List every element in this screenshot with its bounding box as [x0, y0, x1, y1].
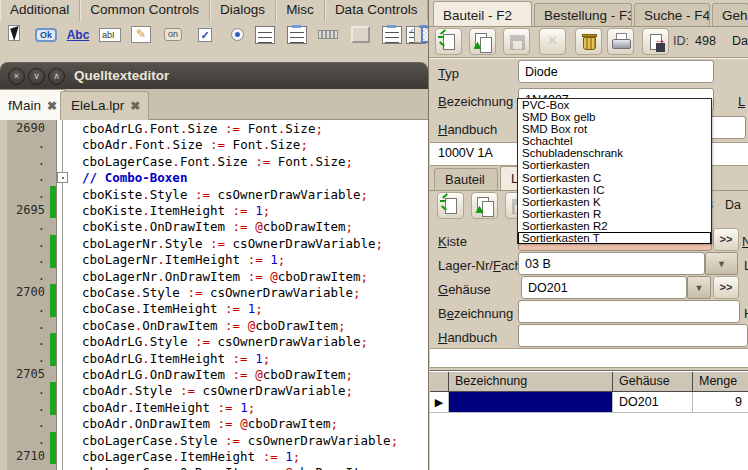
- typ-input[interactable]: [518, 60, 714, 83]
- code-line-dot[interactable]: . cboLagerCase.Font.Size := Font.Size;: [0, 153, 428, 169]
- lager-nr-dropdown-button[interactable]: ▼: [705, 252, 738, 275]
- close-window-button[interactable]: ×: [8, 68, 25, 85]
- checkbox-icon[interactable]: ✓: [192, 22, 218, 47]
- editor-tab-elela-lpr[interactable]: EleLa.lpr✖: [60, 91, 149, 120]
- kiste-more-button[interactable]: >>: [713, 228, 739, 251]
- grid-cell[interactable]: [449, 392, 613, 413]
- new-record-icon[interactable]: [435, 28, 462, 55]
- code-line-dot[interactable]: . cboAdr.Style := csOwnerDrawVariable;: [0, 382, 428, 398]
- gehaeuse-dropdown-button[interactable]: ▼: [687, 276, 711, 299]
- line-changed-bar: [50, 186, 56, 202]
- code-line-dot[interactable]: . cboLagerNr.ItemHeight := 1;: [0, 251, 428, 267]
- close-tab-icon[interactable]: ✖: [130, 99, 140, 113]
- delete-record-icon[interactable]: [575, 28, 602, 55]
- code-line-2695[interactable]: 2695 cboKiste.ItemHeight := 1;: [0, 202, 428, 218]
- app-tab-bauteil-f2[interactable]: Bauteil - F2: [433, 1, 532, 26]
- dropdown-item[interactable]: Schachtel: [518, 135, 711, 147]
- dropdown-item[interactable]: SMD Box gelb: [518, 111, 711, 123]
- palette-tab-misc[interactable]: Misc: [276, 0, 325, 21]
- palette-tab-dialogs[interactable]: Dialogs: [210, 0, 276, 21]
- gehaeuse-combo[interactable]: [521, 276, 687, 299]
- copy-record-icon[interactable]: [471, 192, 498, 219]
- code-line-dot[interactable]: . cboAdrLG.Style := csOwnerDrawVariable;: [0, 333, 428, 349]
- code-line-dot[interactable]: . cboAdr.OnDrawItem := @cboDrawItem;: [0, 415, 428, 431]
- dropdown-item[interactable]: Sortierkasten C: [518, 172, 711, 184]
- code-line-2700[interactable]: 2700 cboCase.Style := csOwnerDrawVariabl…: [0, 284, 428, 300]
- undo-record-icon: ×: [539, 28, 566, 55]
- app-tab-bestellung-f3[interactable]: Bestellung - F3: [534, 3, 632, 26]
- source-editor-window: ×∨∧ Quelltexteditor fMain✖EleLa.lpr✖ 269…: [0, 62, 428, 470]
- grid-column-header[interactable]: Menge: [693, 372, 748, 392]
- grid-cell[interactable]: 9: [693, 392, 748, 413]
- gehaeuse-label: Gehäuse: [438, 282, 491, 297]
- code-line-2705[interactable]: 2705 cboAdrLG.OnDrawItem := @cboDrawItem…: [0, 366, 428, 382]
- listbox-icon[interactable]: [252, 22, 278, 47]
- page-icon[interactable]: [347, 22, 373, 47]
- grid-column-header[interactable]: Gehäuse: [613, 372, 693, 392]
- subtab-bauteil[interactable]: Bauteil: [434, 168, 498, 190]
- dropdown-item[interactable]: PVC-Box: [518, 99, 711, 111]
- bitbtn-icon[interactable]: Ok: [33, 22, 59, 47]
- lager-nr-combo[interactable]: [518, 252, 705, 275]
- screen: AdditionalCommon ControlsDialogsMiscData…: [0, 0, 748, 470]
- memo-icon[interactable]: ✎: [128, 22, 154, 47]
- component-palette-tabs: AdditionalCommon ControlsDialogsMiscData…: [0, 0, 430, 21]
- radiobutton-icon[interactable]: [224, 22, 250, 47]
- code-line-2690[interactable]: 2690 cboAdrLG.Font.Size := Font.Size;: [0, 120, 428, 136]
- record-id-value: 498: [695, 34, 716, 48]
- maximize-window-button[interactable]: ∧: [48, 68, 65, 85]
- code-line-dot[interactable]: . cboLagerNr.Style := csOwnerDrawVariabl…: [0, 235, 428, 251]
- maskedit-icon[interactable]: abI: [97, 22, 123, 47]
- new-record-icon[interactable]: [437, 192, 464, 219]
- dropdown-item[interactable]: Sortierkasten R2: [518, 220, 711, 232]
- palette-tab-data-controls[interactable]: Data Controls: [325, 0, 429, 21]
- listview-icon[interactable]: [379, 22, 405, 47]
- dropdown-item[interactable]: Sortierkasten IC: [518, 184, 711, 196]
- palette-tab-common-controls[interactable]: Common Controls: [80, 0, 210, 21]
- code-line-dot[interactable]: . cboCase.ItemHeight := 1;: [0, 300, 428, 316]
- dropdown-item[interactable]: Sortierkasten R: [518, 208, 711, 220]
- code-line-dot[interactable]: . cboCase.OnDrawItem := @cboDrawItem;: [0, 317, 428, 333]
- grid-cell[interactable]: DO201: [613, 392, 693, 413]
- code-line-dot[interactable]: . cboKiste.OnDrawItem := @cboDrawItem;: [0, 218, 428, 234]
- code-line-dot[interactable]: . cboAdr.ItemHeight := 1;: [0, 399, 428, 415]
- togglebox-icon[interactable]: on: [160, 22, 186, 47]
- bezeichnung2-input[interactable]: [518, 300, 740, 323]
- grid-column-header[interactable]: Bezeichnung: [449, 372, 613, 392]
- dropdown-item[interactable]: Schubladenschrank: [518, 147, 711, 159]
- window-titlebar[interactable]: ×∨∧ Quelltexteditor: [0, 62, 428, 89]
- dropdown-item[interactable]: Sortierkasten T: [518, 232, 711, 244]
- code-line-dot[interactable]: . cboLagerCase.OnDrawItem := @cboDrawIte…: [0, 464, 428, 470]
- close-tab-icon[interactable]: ✖: [47, 99, 57, 113]
- dropdown-item[interactable]: Sortierkasten K: [518, 196, 711, 208]
- stock-grid[interactable]: BezeichnungGehäuseMenge▶DO2019: [430, 370, 748, 470]
- minimize-window-button[interactable]: ∨: [28, 68, 45, 85]
- dropdown-item[interactable]: Sortierkasten: [518, 159, 711, 171]
- code-line-dot[interactable]: . // Combo-Boxen: [0, 169, 428, 185]
- selector-icon[interactable]: [3, 22, 29, 47]
- copy-record-icon[interactable]: [469, 28, 496, 55]
- bezeichnung2-label: Bezeichnung: [438, 306, 513, 321]
- editor-tab-fmain[interactable]: fMain✖: [0, 89, 66, 120]
- code-line-dot[interactable]: . cboAdrLG.ItemHeight := 1;: [0, 350, 428, 366]
- gehaeuse-more-button[interactable]: >>: [713, 276, 739, 299]
- kiste-dropdown-list[interactable]: PVC-BoxSMD Box gelbSMD Box rotSchachtelS…: [517, 98, 712, 244]
- bezeichnung2-right-label-cut: H: [744, 306, 748, 321]
- combobox-icon[interactable]: [284, 22, 310, 47]
- code-line-2710[interactable]: 2710 cboLagerCase.ItemHeight := 1;: [0, 448, 428, 464]
- scrollbar-icon[interactable]: [315, 22, 341, 47]
- print-icon[interactable]: [607, 28, 634, 55]
- handbuch2-input[interactable]: [518, 324, 748, 347]
- code-line-dot[interactable]: . cboAdr.Font.Size := Font.Size;: [0, 136, 428, 152]
- statictext-icon[interactable]: Abc: [65, 22, 91, 47]
- code-line-dot[interactable]: . cboLagerNr.OnDrawItem := @cboDrawItem;: [0, 268, 428, 284]
- dropdown-item[interactable]: SMD Box rot: [518, 123, 711, 135]
- code-line-dot[interactable]: . cboKiste.Style := csOwnerDrawVariable;: [0, 186, 428, 202]
- code-editor[interactable]: 2690 cboAdrLG.Font.Size := Font.Size;. c…: [0, 120, 428, 470]
- app-tab-suche-f4[interactable]: Suche - F4: [634, 3, 710, 26]
- palette-tab-additional[interactable]: Additional: [0, 0, 80, 21]
- code-line-dot[interactable]: . cboLagerCase.Style := csOwnerDrawVaria…: [0, 432, 428, 448]
- empty-memo[interactable]: [430, 348, 748, 368]
- export-icon[interactable]: →: [642, 28, 669, 55]
- app-tab-geh-[interactable]: Gehä: [712, 3, 748, 26]
